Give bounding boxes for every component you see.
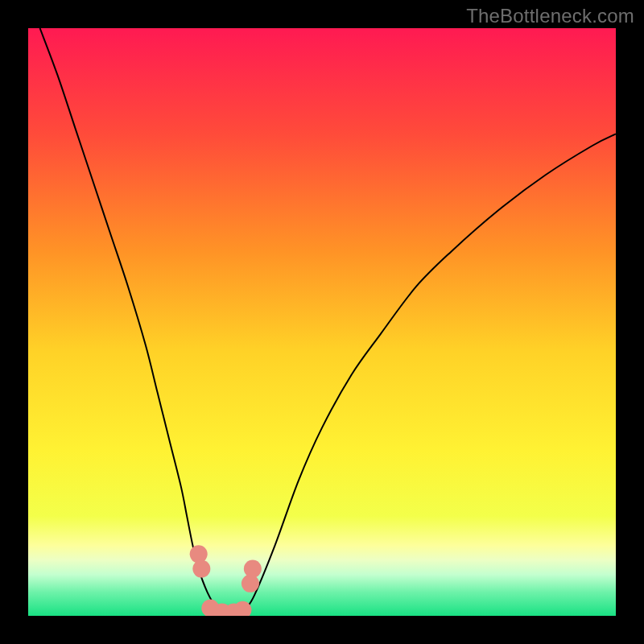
marker-dot (190, 545, 208, 563)
gradient-background (28, 28, 616, 616)
plot-area (28, 28, 616, 616)
marker-dot (192, 560, 210, 578)
marker-dot (244, 560, 262, 578)
attribution-label: TheBottleneck.com (466, 5, 634, 27)
bottleneck-chart (28, 28, 616, 616)
chart-frame: TheBottleneck.com (0, 0, 644, 644)
